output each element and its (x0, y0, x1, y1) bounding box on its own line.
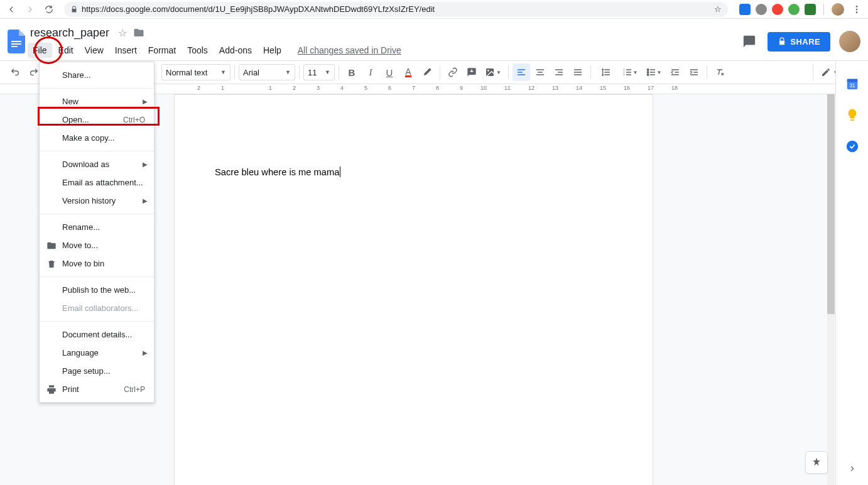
browser-url-bar[interactable]: https://docs.google.com/document/d/1U_Ee… (64, 2, 728, 17)
file-menu-rename[interactable]: Rename... (40, 218, 154, 236)
file-menu-dropdown: Share... New▶ Open...Ctrl+O Make a copy.… (39, 62, 155, 403)
browser-forward-button[interactable] (23, 2, 38, 17)
align-left-button[interactable] (513, 63, 530, 81)
file-menu-open[interactable]: Open...Ctrl+O (40, 111, 154, 129)
browser-back-button[interactable] (4, 2, 19, 17)
extension-icon[interactable] (739, 4, 751, 15)
file-menu-make-copy[interactable]: Make a copy... (40, 129, 154, 147)
align-center-button[interactable] (531, 63, 549, 81)
insert-comment-button[interactable] (463, 63, 480, 81)
submenu-arrow-icon: ▶ (143, 349, 148, 356)
scrollbar-thumb[interactable] (827, 94, 835, 314)
svg-point-7 (487, 70, 489, 72)
file-menu-email-attachment[interactable]: Email as attachment... (40, 173, 154, 192)
menu-view[interactable]: View (80, 43, 109, 58)
folder-icon[interactable] (133, 27, 144, 38)
insert-image-button[interactable]: ▼ (482, 63, 504, 81)
trash-icon (46, 258, 57, 270)
share-button-label: SHARE (790, 37, 820, 46)
svg-point-17 (846, 141, 857, 152)
lock-icon (70, 6, 78, 13)
explore-button[interactable] (805, 451, 828, 474)
text-color-button[interactable]: A (399, 63, 417, 81)
menu-edit[interactable]: Edit (53, 43, 79, 58)
svg-text:31: 31 (849, 83, 855, 89)
paragraph-style-select[interactable]: Normal text▼ (161, 64, 231, 80)
file-menu-document-details[interactable]: Document details... (40, 325, 154, 344)
tasks-addon-icon[interactable] (845, 139, 859, 153)
bulleted-list-button[interactable]: ▼ (643, 63, 665, 81)
document-title[interactable]: research_paper (28, 25, 112, 41)
decrease-indent-button[interactable] (666, 63, 684, 81)
menu-tools[interactable]: Tools (182, 43, 213, 58)
save-status[interactable]: All changes saved in Drive (298, 45, 401, 55)
file-menu-download-as[interactable]: Download as▶ (40, 155, 154, 173)
print-icon (46, 384, 57, 395)
svg-rect-4 (11, 43, 21, 45)
svg-point-0 (856, 6, 858, 8)
lock-icon (778, 37, 786, 46)
calendar-addon-icon[interactable]: 31 (845, 77, 859, 90)
menu-file[interactable]: File (28, 43, 52, 58)
file-menu-version-history[interactable]: Version history▶ (40, 192, 154, 210)
extension-icon[interactable] (756, 4, 767, 15)
file-menu-page-setup[interactable]: Page setup... (40, 362, 154, 380)
undo-button[interactable] (6, 63, 24, 81)
svg-rect-3 (11, 41, 21, 42)
highlight-color-button[interactable] (418, 63, 436, 81)
svg-point-1 (856, 8, 858, 10)
star-icon[interactable]: ☆ (118, 27, 127, 39)
file-menu-print[interactable]: PrintCtrl+P (40, 380, 154, 398)
svg-text:3: 3 (623, 73, 625, 76)
menu-help[interactable]: Help (258, 43, 286, 58)
font-size-select[interactable]: 11▼ (303, 64, 335, 80)
svg-rect-5 (11, 46, 18, 47)
file-menu-email-collaborators: Email collaborators... (40, 299, 154, 317)
file-menu-new[interactable]: New▶ (40, 92, 154, 111)
submenu-arrow-icon: ▶ (143, 161, 148, 168)
browser-url-text: https://docs.google.com/document/d/1U_Ee… (82, 4, 435, 14)
underline-button[interactable]: U (381, 63, 398, 81)
bold-button[interactable]: B (343, 63, 361, 81)
browser-menu-button[interactable] (849, 2, 864, 17)
side-panel-toggle[interactable] (844, 460, 861, 477)
extension-icon[interactable] (772, 4, 783, 15)
share-button[interactable]: SHARE (768, 32, 830, 52)
line-spacing-button[interactable] (595, 63, 617, 81)
font-family-select[interactable]: Arial▼ (239, 64, 295, 80)
insert-link-button[interactable] (444, 63, 462, 81)
comments-button[interactable] (740, 32, 759, 51)
document-body-text[interactable]: Sacre bleu where is me mama (215, 166, 340, 177)
menu-addons[interactable]: Add-ons (214, 43, 257, 58)
browser-profile-avatar[interactable] (832, 3, 844, 16)
folder-icon (46, 240, 57, 251)
account-avatar[interactable] (839, 31, 860, 52)
align-justify-button[interactable] (569, 63, 587, 81)
svg-rect-15 (847, 79, 857, 82)
file-menu-move-to[interactable]: Move to... (40, 236, 154, 254)
increase-indent-button[interactable] (685, 63, 703, 81)
docs-logo[interactable] (5, 26, 28, 57)
browser-reload-button[interactable] (41, 2, 57, 17)
extension-icon[interactable] (788, 4, 800, 15)
italic-button[interactable]: I (362, 63, 379, 81)
browser-extensions (739, 2, 864, 17)
extension-icon[interactable] (805, 4, 816, 15)
browser-chrome: https://docs.google.com/document/d/1U_Ee… (0, 0, 868, 19)
clear-formatting-button[interactable] (711, 63, 729, 81)
menu-format[interactable]: Format (143, 43, 181, 58)
svg-point-2 (856, 11, 858, 13)
vertical-scrollbar[interactable] (827, 94, 835, 485)
svg-point-11 (647, 69, 649, 71)
file-menu-share[interactable]: Share... (40, 66, 154, 84)
text-caret (340, 166, 340, 177)
menu-insert[interactable]: Insert (110, 43, 142, 58)
file-menu-language[interactable]: Language▶ (40, 344, 154, 362)
document-page[interactable]: Sacre bleu where is me mama (174, 94, 653, 485)
file-menu-publish-web[interactable]: Publish to the web... (40, 281, 154, 299)
submenu-arrow-icon: ▶ (143, 98, 148, 105)
keep-addon-icon[interactable] (845, 108, 859, 122)
align-right-button[interactable] (550, 63, 568, 81)
file-menu-move-to-bin[interactable]: Move to bin (40, 254, 154, 273)
numbered-list-button[interactable]: 123▼ (619, 63, 641, 81)
